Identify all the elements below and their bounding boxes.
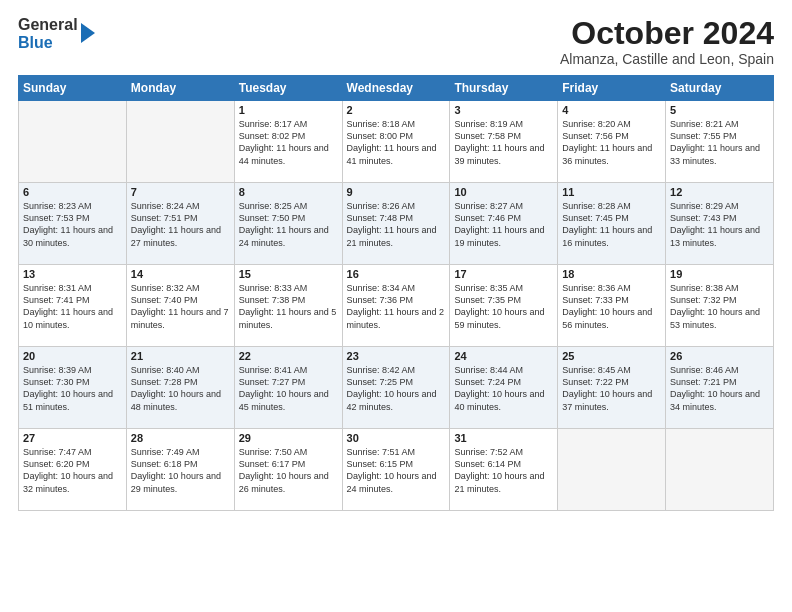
day-number: 20 [23, 350, 122, 362]
week-row-5: 27Sunrise: 7:47 AM Sunset: 6:20 PM Dayli… [19, 429, 774, 511]
day-detail: Sunrise: 8:44 AM Sunset: 7:24 PM Dayligh… [454, 364, 553, 413]
day-detail: Sunrise: 8:29 AM Sunset: 7:43 PM Dayligh… [670, 200, 769, 249]
day-detail: Sunrise: 8:18 AM Sunset: 8:00 PM Dayligh… [347, 118, 446, 167]
day-detail: Sunrise: 8:32 AM Sunset: 7:40 PM Dayligh… [131, 282, 230, 331]
calendar-table: Sunday Monday Tuesday Wednesday Thursday… [18, 75, 774, 511]
day-number: 16 [347, 268, 446, 280]
day-number: 17 [454, 268, 553, 280]
day-number: 23 [347, 350, 446, 362]
day-number: 7 [131, 186, 230, 198]
table-row: 12Sunrise: 8:29 AM Sunset: 7:43 PM Dayli… [666, 183, 774, 265]
table-row: 5Sunrise: 8:21 AM Sunset: 7:55 PM Daylig… [666, 101, 774, 183]
day-detail: Sunrise: 7:51 AM Sunset: 6:15 PM Dayligh… [347, 446, 446, 495]
day-number: 6 [23, 186, 122, 198]
table-row [666, 429, 774, 511]
table-row: 15Sunrise: 8:33 AM Sunset: 7:38 PM Dayli… [234, 265, 342, 347]
day-detail: Sunrise: 8:38 AM Sunset: 7:32 PM Dayligh… [670, 282, 769, 331]
day-detail: Sunrise: 8:26 AM Sunset: 7:48 PM Dayligh… [347, 200, 446, 249]
day-number: 1 [239, 104, 338, 116]
day-detail: Sunrise: 8:28 AM Sunset: 7:45 PM Dayligh… [562, 200, 661, 249]
table-row: 3Sunrise: 8:19 AM Sunset: 7:58 PM Daylig… [450, 101, 558, 183]
month-title: October 2024 [560, 16, 774, 51]
day-detail: Sunrise: 8:40 AM Sunset: 7:28 PM Dayligh… [131, 364, 230, 413]
day-number: 28 [131, 432, 230, 444]
day-detail: Sunrise: 8:19 AM Sunset: 7:58 PM Dayligh… [454, 118, 553, 167]
day-number: 24 [454, 350, 553, 362]
table-row: 10Sunrise: 8:27 AM Sunset: 7:46 PM Dayli… [450, 183, 558, 265]
table-row: 20Sunrise: 8:39 AM Sunset: 7:30 PM Dayli… [19, 347, 127, 429]
day-detail: Sunrise: 7:52 AM Sunset: 6:14 PM Dayligh… [454, 446, 553, 495]
table-row [558, 429, 666, 511]
table-row: 7Sunrise: 8:24 AM Sunset: 7:51 PM Daylig… [126, 183, 234, 265]
day-detail: Sunrise: 8:34 AM Sunset: 7:36 PM Dayligh… [347, 282, 446, 331]
table-row: 19Sunrise: 8:38 AM Sunset: 7:32 PM Dayli… [666, 265, 774, 347]
table-row: 2Sunrise: 8:18 AM Sunset: 8:00 PM Daylig… [342, 101, 450, 183]
logo: General Blue [18, 16, 95, 51]
table-row: 8Sunrise: 8:25 AM Sunset: 7:50 PM Daylig… [234, 183, 342, 265]
table-row: 4Sunrise: 8:20 AM Sunset: 7:56 PM Daylig… [558, 101, 666, 183]
day-number: 12 [670, 186, 769, 198]
day-number: 14 [131, 268, 230, 280]
day-detail: Sunrise: 7:50 AM Sunset: 6:17 PM Dayligh… [239, 446, 338, 495]
day-number: 21 [131, 350, 230, 362]
day-number: 22 [239, 350, 338, 362]
day-detail: Sunrise: 8:46 AM Sunset: 7:21 PM Dayligh… [670, 364, 769, 413]
day-detail: Sunrise: 8:33 AM Sunset: 7:38 PM Dayligh… [239, 282, 338, 331]
table-row: 9Sunrise: 8:26 AM Sunset: 7:48 PM Daylig… [342, 183, 450, 265]
title-block: October 2024 Almanza, Castille and Leon,… [560, 16, 774, 67]
day-number: 27 [23, 432, 122, 444]
logo-general: General [18, 16, 78, 34]
day-number: 18 [562, 268, 661, 280]
day-detail: Sunrise: 8:24 AM Sunset: 7:51 PM Dayligh… [131, 200, 230, 249]
day-detail: Sunrise: 8:21 AM Sunset: 7:55 PM Dayligh… [670, 118, 769, 167]
header-saturday: Saturday [666, 76, 774, 101]
day-detail: Sunrise: 8:39 AM Sunset: 7:30 PM Dayligh… [23, 364, 122, 413]
table-row: 18Sunrise: 8:36 AM Sunset: 7:33 PM Dayli… [558, 265, 666, 347]
table-row: 26Sunrise: 8:46 AM Sunset: 7:21 PM Dayli… [666, 347, 774, 429]
day-detail: Sunrise: 8:25 AM Sunset: 7:50 PM Dayligh… [239, 200, 338, 249]
day-number: 2 [347, 104, 446, 116]
header-friday: Friday [558, 76, 666, 101]
week-row-1: 1Sunrise: 8:17 AM Sunset: 8:02 PM Daylig… [19, 101, 774, 183]
table-row: 25Sunrise: 8:45 AM Sunset: 7:22 PM Dayli… [558, 347, 666, 429]
logo-blue: Blue [18, 34, 78, 52]
day-detail: Sunrise: 8:36 AM Sunset: 7:33 PM Dayligh… [562, 282, 661, 331]
table-row: 11Sunrise: 8:28 AM Sunset: 7:45 PM Dayli… [558, 183, 666, 265]
calendar-header-row: Sunday Monday Tuesday Wednesday Thursday… [19, 76, 774, 101]
header-monday: Monday [126, 76, 234, 101]
table-row: 13Sunrise: 8:31 AM Sunset: 7:41 PM Dayli… [19, 265, 127, 347]
table-row: 1Sunrise: 8:17 AM Sunset: 8:02 PM Daylig… [234, 101, 342, 183]
table-row: 24Sunrise: 8:44 AM Sunset: 7:24 PM Dayli… [450, 347, 558, 429]
table-row: 16Sunrise: 8:34 AM Sunset: 7:36 PM Dayli… [342, 265, 450, 347]
day-detail: Sunrise: 8:41 AM Sunset: 7:27 PM Dayligh… [239, 364, 338, 413]
day-detail: Sunrise: 8:23 AM Sunset: 7:53 PM Dayligh… [23, 200, 122, 249]
table-row: 31Sunrise: 7:52 AM Sunset: 6:14 PM Dayli… [450, 429, 558, 511]
table-row [19, 101, 127, 183]
day-number: 10 [454, 186, 553, 198]
day-number: 8 [239, 186, 338, 198]
day-number: 31 [454, 432, 553, 444]
day-number: 29 [239, 432, 338, 444]
day-number: 15 [239, 268, 338, 280]
day-number: 25 [562, 350, 661, 362]
day-detail: Sunrise: 8:31 AM Sunset: 7:41 PM Dayligh… [23, 282, 122, 331]
day-detail: Sunrise: 8:45 AM Sunset: 7:22 PM Dayligh… [562, 364, 661, 413]
day-detail: Sunrise: 7:47 AM Sunset: 6:20 PM Dayligh… [23, 446, 122, 495]
table-row: 21Sunrise: 8:40 AM Sunset: 7:28 PM Dayli… [126, 347, 234, 429]
header-wednesday: Wednesday [342, 76, 450, 101]
header-thursday: Thursday [450, 76, 558, 101]
table-row: 27Sunrise: 7:47 AM Sunset: 6:20 PM Dayli… [19, 429, 127, 511]
location-subtitle: Almanza, Castille and Leon, Spain [560, 51, 774, 67]
day-number: 19 [670, 268, 769, 280]
table-row: 23Sunrise: 8:42 AM Sunset: 7:25 PM Dayli… [342, 347, 450, 429]
table-row: 22Sunrise: 8:41 AM Sunset: 7:27 PM Dayli… [234, 347, 342, 429]
table-row: 28Sunrise: 7:49 AM Sunset: 6:18 PM Dayli… [126, 429, 234, 511]
table-row: 29Sunrise: 7:50 AM Sunset: 6:17 PM Dayli… [234, 429, 342, 511]
day-number: 26 [670, 350, 769, 362]
week-row-4: 20Sunrise: 8:39 AM Sunset: 7:30 PM Dayli… [19, 347, 774, 429]
header-sunday: Sunday [19, 76, 127, 101]
day-number: 5 [670, 104, 769, 116]
header-tuesday: Tuesday [234, 76, 342, 101]
day-number: 4 [562, 104, 661, 116]
table-row: 14Sunrise: 8:32 AM Sunset: 7:40 PM Dayli… [126, 265, 234, 347]
